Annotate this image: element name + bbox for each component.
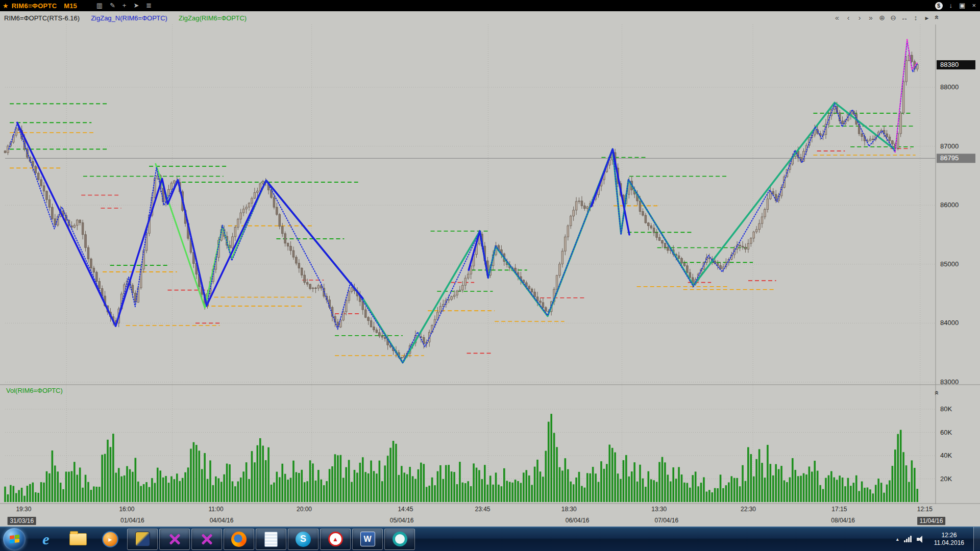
svg-text:40K: 40K — [940, 452, 952, 459]
time-label: 11:00 — [209, 506, 224, 513]
collapse-volume-pane-button[interactable]: « — [934, 391, 940, 395]
date-label: 11/04/16 — [917, 517, 946, 525]
time-label: 22:30 — [741, 506, 756, 513]
zoom-in-button[interactable]: ⊕ — [878, 14, 886, 22]
firefox-icon — [231, 532, 247, 547]
date-label: 31/03/16 — [7, 517, 36, 525]
date-label: 07/04/16 — [654, 517, 678, 524]
quik-terminal-icon — [135, 532, 150, 546]
quotes-money-icon[interactable]: $ — [935, 2, 943, 10]
svg-text:88380: 88380 — [940, 61, 959, 68]
notes-app-icon — [264, 532, 278, 547]
notes-app-taskbar-button[interactable] — [256, 529, 286, 550]
svg-text:83000: 83000 — [940, 378, 959, 386]
taskbar-apps: e▸S▲W — [31, 527, 415, 551]
scroll-left-button[interactable]: ‹ — [844, 14, 852, 22]
date-label: 05/04/16 — [390, 517, 414, 524]
svg-text:60K: 60K — [940, 429, 952, 436]
date-label: 04/04/16 — [210, 517, 234, 524]
start-button[interactable] — [3, 528, 26, 550]
windows-explorer-icon — [69, 533, 87, 545]
favorite-star-icon[interactable]: ★ — [3, 2, 9, 10]
window-titlebar: ★ RIM6=ФОРТС M15 ▥✎+➤≣ $↓▣× — [0, 0, 980, 11]
indicator-list-icon[interactable]: ≣ — [146, 0, 152, 11]
time-label: 17:15 — [831, 506, 847, 513]
fit-height-button[interactable]: ↕ — [912, 14, 920, 22]
taskbar: e▸S▲W ▴ 12:26 11.04.2016 — [0, 527, 980, 551]
internet-explorer-taskbar-button[interactable]: e — [31, 529, 61, 550]
timeframe-label: M15 — [64, 2, 77, 10]
svg-text:80K: 80K — [940, 405, 952, 413]
media-player-icon: ▸ — [102, 531, 118, 547]
clock[interactable]: 12:26 11.04.2016 — [930, 532, 968, 547]
price-chart[interactable]: 88000870008600085000840008300080K60K40K2… — [0, 24, 980, 504]
instrument-label: RIM6=ФОРТС(RTS-6.16) — [4, 14, 80, 22]
red-circle-app-taskbar-button[interactable]: ▲ — [320, 529, 351, 550]
time-label: 19:30 — [16, 506, 31, 513]
svg-text:86795: 86795 — [940, 154, 959, 162]
volume-icon[interactable] — [917, 535, 925, 543]
fit-width-button[interactable]: ↔ — [900, 14, 909, 22]
zoom-out-button[interactable]: ⊖ — [889, 14, 897, 22]
time-label: 16:00 — [119, 506, 134, 513]
show-desktop-button[interactable] — [973, 527, 980, 551]
media-player-taskbar-button[interactable]: ▸ — [95, 529, 126, 550]
time-axis: 19:3016:0011:0020:0014:4523:4518:3013:30… — [0, 504, 980, 515]
internet-explorer-icon: e — [42, 531, 49, 548]
firefox-taskbar-button[interactable] — [224, 529, 254, 550]
titlebar-window-controls: $↓▣× — [935, 1, 980, 11]
clock-time: 12:26 — [934, 532, 964, 539]
x-app-1-taskbar-button[interactable] — [159, 529, 190, 550]
download-icon[interactable]: ↓ — [949, 1, 953, 11]
last-close-price-badge: 86795 — [937, 154, 975, 163]
titlebar-toolbar: ▥✎+➤≣ — [96, 0, 152, 11]
svg-text:86000: 86000 — [940, 201, 959, 209]
time-label: 20:00 — [297, 506, 312, 513]
x-app-2-icon — [200, 533, 213, 546]
restore-window-icon[interactable]: ▣ — [959, 1, 965, 11]
svg-text:84000: 84000 — [940, 319, 959, 327]
skype-taskbar-button[interactable]: S — [288, 529, 318, 550]
zigzag-label: ZigZag(RIM6=ФОРТС) — [179, 14, 247, 22]
window-title: RIM6=ФОРТС — [12, 2, 57, 10]
collapse-price-pane-button[interactable]: « — [934, 15, 940, 19]
crosshair-icon[interactable]: + — [122, 0, 127, 11]
time-label: 23:45 — [475, 506, 490, 513]
svg-text:87000: 87000 — [940, 142, 959, 150]
zigzag-n-label: ZigZag_N(RIM6=ФОРТС) — [91, 14, 167, 22]
svg-text:88000: 88000 — [940, 83, 959, 91]
hidden-icons-arrow[interactable]: ▴ — [896, 536, 899, 542]
date-label: 08/04/16 — [831, 517, 855, 524]
network-icon[interactable] — [904, 536, 912, 542]
chart-header: RIM6=ФОРТС(RTS-6.16) ZigZag_N(RIM6=ФОРТС… — [0, 11, 980, 24]
teal-ring-app-taskbar-button[interactable] — [384, 529, 415, 550]
chart-type-icon[interactable]: ▥ — [96, 0, 103, 11]
time-label: 18:30 — [561, 506, 577, 513]
date-label: 01/04/16 — [120, 517, 144, 524]
chart-window: RIM6=ФОРТС(RTS-6.16) ZigZag_N(RIM6=ФОРТС… — [0, 11, 980, 527]
volume-indicator-label: Vol(RIM6=ФОРТС) — [6, 387, 63, 394]
cursor-icon[interactable]: ➤ — [133, 0, 139, 11]
svg-text:85000: 85000 — [940, 260, 959, 268]
x-app-1-icon — [168, 533, 181, 546]
scroll-right-button[interactable]: › — [855, 14, 864, 22]
windows-flag-icon — [10, 535, 19, 543]
x-app-2-taskbar-button[interactable] — [191, 529, 222, 550]
skype-icon: S — [296, 532, 311, 547]
quik-terminal-taskbar-button[interactable] — [127, 529, 158, 550]
close-window-icon[interactable]: × — [972, 1, 976, 11]
scroll-start-button[interactable]: « — [833, 14, 841, 22]
clock-date: 11.04.2016 — [934, 539, 964, 547]
date-label: 06/04/16 — [566, 517, 590, 524]
draw-icon[interactable]: ✎ — [110, 0, 115, 11]
red-circle-app-icon: ▲ — [328, 532, 343, 546]
scroll-end-button[interactable]: » — [867, 14, 875, 22]
svg-text:20K: 20K — [940, 475, 952, 483]
word-icon: W — [360, 532, 375, 546]
windows-explorer-taskbar-button[interactable] — [63, 529, 93, 550]
time-label: 12:15 — [917, 506, 933, 513]
chart-nav-toolbar: «‹›»⊕⊖↔↕▸ — [833, 14, 980, 22]
word-taskbar-button[interactable]: W — [352, 529, 383, 550]
auto-scroll-button[interactable]: ▸ — [923, 14, 931, 22]
time-label: 13:30 — [651, 506, 667, 513]
